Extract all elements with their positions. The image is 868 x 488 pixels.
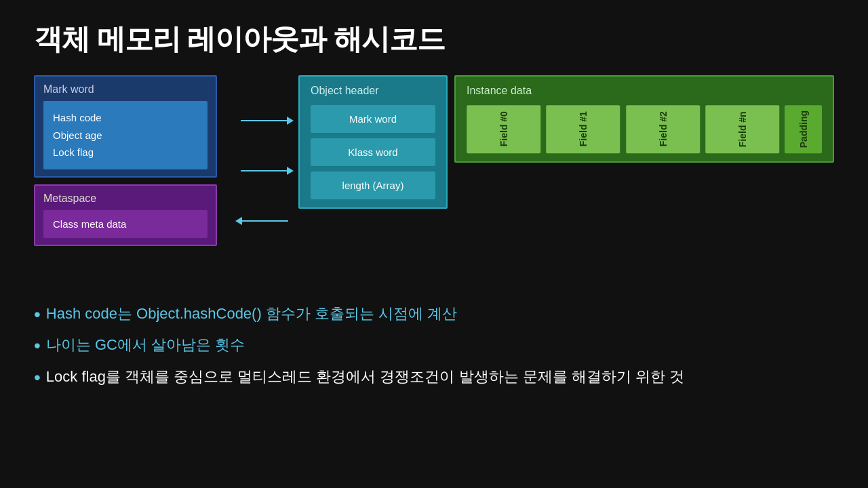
header-field-length: length (Array) <box>311 171 435 199</box>
bullet-2: • 나이는 GC에서 살아남은 횟수 <box>34 333 834 358</box>
bullet-1: • Hash code는 Object.hashCode() 함수가 호출되는 … <box>34 302 834 327</box>
bullets-section: • Hash code는 Object.hashCode() 함수가 호출되는 … <box>34 302 834 390</box>
page: 객체 메모리 레이아웃과 해시코드 Mark word Hash code Ob… <box>0 0 868 488</box>
metaspace-label: Metaspace <box>43 192 208 205</box>
bullet-text-2: 나이는 GC에서 살아남은 횟수 <box>46 333 245 356</box>
arrow-left-line-1 <box>241 220 288 222</box>
header-field-mark-word: Mark word <box>311 105 435 133</box>
arrow-right-markword <box>237 106 298 136</box>
object-header-title: Object header <box>311 85 435 97</box>
arrow-right-klass <box>237 156 298 186</box>
header-fields: Mark word Klass word length (Array) <box>311 105 435 199</box>
left-panel: Mark word Hash code Object age Lock flag… <box>34 75 217 246</box>
lock-flag-text: Lock flag <box>53 144 198 161</box>
bullet-dot-2: • <box>34 333 41 358</box>
bullet-text-1: Hash code는 Object.hashCode() 함수가 호출되는 시점… <box>46 302 457 325</box>
metaspace-inner: Class meta data <box>43 210 208 238</box>
mark-word-box: Mark word Hash code Object age Lock flag <box>34 75 217 178</box>
hash-code-text: Hash code <box>53 109 198 127</box>
diagram: Mark word Hash code Object age Lock flag… <box>34 75 834 285</box>
bullet-dot-1: • <box>34 302 41 327</box>
object-age-text: Object age <box>53 127 198 144</box>
arrow-right-line-2 <box>241 170 288 171</box>
page-title: 객체 메모리 레이아웃과 해시코드 <box>34 20 834 58</box>
instance-fields: Field #0 Field #1 Field #2 Field #n Padd… <box>467 105 822 153</box>
header-field-klass-word: Klass word <box>311 138 435 166</box>
metaspace-box: Metaspace Class meta data <box>34 184 217 246</box>
object-header-box: Object header Mark word Klass word lengt… <box>298 75 448 209</box>
field-0: Field #0 <box>467 105 540 153</box>
field-n: Field #n <box>705 105 779 153</box>
arrow-left-meta <box>237 206 298 236</box>
bullet-dot-3: • <box>34 365 41 390</box>
class-meta-data-text: Class meta data <box>53 218 198 230</box>
bullet-3: • Lock flag를 객체를 중심으로 멀티스레드 환경에서 경쟁조건이 발… <box>34 365 834 390</box>
mark-word-label: Mark word <box>43 83 208 96</box>
mark-word-inner-text: Hash code Object age Lock flag <box>53 109 198 161</box>
padding-field: Padding <box>785 105 822 153</box>
field-1: Field #1 <box>546 105 620 153</box>
instance-data-title: Instance data <box>467 85 822 97</box>
bullet-text-3: Lock flag를 객체를 중심으로 멀티스레드 환경에서 경쟁조건이 발생하… <box>46 365 684 388</box>
instance-data-box: Instance data Field #0 Field #1 Field #2… <box>454 75 834 163</box>
field-2: Field #2 <box>626 105 700 153</box>
arrow-right-line-1 <box>241 120 288 121</box>
mark-word-inner: Hash code Object age Lock flag <box>43 101 208 169</box>
arrow-connectors <box>237 106 298 236</box>
